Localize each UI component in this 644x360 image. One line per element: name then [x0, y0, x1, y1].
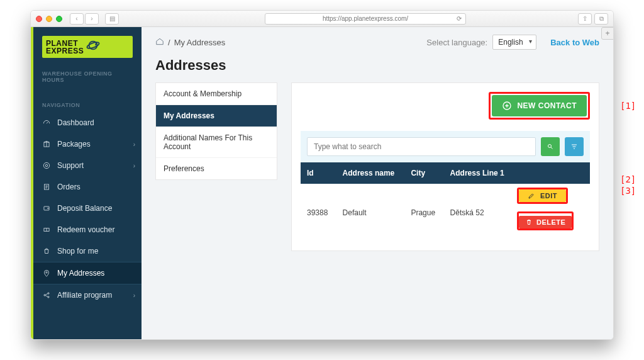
reload-icon[interactable]: ⟳ [457, 15, 462, 22]
table-row: 39388 Default Prague Dětská 52 EDIT [301, 184, 590, 242]
section-nav-label: NAVIGATION [33, 96, 142, 112]
edit-label: EDIT [540, 192, 557, 200]
svg-point-7 [48, 208, 48, 208]
nav-label: Deposit Balance [57, 204, 112, 213]
search-button[interactable] [541, 137, 560, 156]
addresses-card: NEW CONTACT [291, 82, 599, 251]
filter-button[interactable] [565, 137, 584, 156]
annotation-3: [3] [620, 186, 636, 196]
sidebar-toggle-icon[interactable]: ▤ [105, 13, 119, 25]
language-select[interactable]: English [492, 35, 536, 50]
chevron-right-icon: › [133, 162, 135, 169]
nav-support[interactable]: Support › [33, 155, 142, 176]
logo[interactable]: PLANET EXPRESS [42, 36, 133, 58]
nav-dashboard[interactable]: Dashboard [33, 112, 142, 133]
submenu-additional-names[interactable]: Additional Names For This Account [156, 127, 277, 158]
settings-submenu: Account & Membership My Addresses Additi… [155, 82, 277, 180]
col-id[interactable]: Id [301, 162, 336, 184]
addresses-table: Id Address name City Address Line 1 3938… [301, 162, 590, 242]
section-hours-label: WAREHOUSE OPENING HOURS [33, 64, 142, 87]
new-tab-button[interactable]: + [601, 27, 614, 40]
nav-deposit-balance[interactable]: Deposit Balance [33, 198, 142, 219]
col-actions [514, 162, 590, 184]
lifebuoy-icon [42, 161, 51, 170]
col-address-line-1[interactable]: Address Line 1 [444, 162, 514, 184]
nav-label: Dashboard [57, 118, 94, 127]
page-title: Addresses [142, 55, 613, 82]
submenu-my-addresses[interactable]: My Addresses [156, 105, 277, 127]
svg-point-12 [48, 296, 49, 298]
close-window-icon[interactable] [36, 16, 42, 22]
breadcrumb: / My Addresses [155, 37, 225, 48]
breadcrumb-sep: / [168, 38, 170, 47]
submenu-preferences[interactable]: Preferences [156, 158, 277, 179]
nav-affiliate-program[interactable]: Affiliate program › [33, 284, 142, 306]
new-contact-label: NEW CONTACT [517, 101, 577, 110]
home-icon[interactable] [155, 37, 164, 48]
nav-my-addresses[interactable]: My Addresses [33, 262, 142, 284]
callout-1: NEW CONTACT [489, 92, 590, 120]
svg-point-3 [43, 162, 49, 168]
gauge-icon [42, 118, 51, 127]
cell-line1: Dětská 52 [444, 184, 514, 242]
nav-packages[interactable]: Packages › [33, 133, 142, 155]
annotation-1: [1] [620, 101, 636, 111]
sidebar: PLANET EXPRESS WAREHOUSE OPENING HOURS N… [33, 27, 142, 339]
minimize-window-icon[interactable] [46, 16, 52, 22]
cell-id: 39388 [301, 184, 336, 242]
search-input[interactable] [307, 137, 536, 156]
nav-label: Shop for me [57, 247, 98, 256]
svg-point-10 [44, 295, 45, 296]
col-city[interactable]: City [404, 162, 443, 184]
svg-point-9 [46, 272, 47, 273]
bag-icon [42, 247, 51, 256]
forward-button[interactable]: › [85, 13, 99, 25]
nav-label: Orders [57, 183, 80, 191]
maximize-window-icon[interactable] [56, 16, 62, 22]
plus-circle-icon [502, 101, 512, 111]
logo-line2: EXPRESS [46, 47, 84, 55]
nav-redeem-voucher[interactable]: Redeem voucher [33, 219, 142, 240]
nav-label: Redeem voucher [57, 225, 114, 234]
wallet-icon [42, 204, 51, 213]
back-to-web-link[interactable]: Back to Web [550, 38, 599, 47]
share-icon[interactable]: ⇪ [578, 13, 592, 25]
submenu-account-membership[interactable]: Account & Membership [156, 83, 277, 105]
url-text: https://app.planetexpress.com/ [323, 15, 408, 22]
svg-point-14 [548, 145, 552, 148]
svg-point-4 [45, 164, 48, 167]
breadcrumb-current: My Addresses [174, 38, 226, 47]
ticket-icon [42, 225, 51, 234]
back-button[interactable]: ‹ [70, 13, 84, 25]
app-root: PLANET EXPRESS WAREHOUSE OPENING HOURS N… [31, 27, 613, 339]
filter-icon [570, 143, 578, 150]
svg-point-1 [86, 41, 99, 50]
edit-button[interactable]: EDIT [519, 189, 566, 202]
svg-point-11 [48, 293, 49, 294]
delete-button[interactable]: DELETE [519, 216, 572, 228]
nav-shop-for-me[interactable]: Shop for me [33, 240, 142, 262]
new-contact-button[interactable]: NEW CONTACT [492, 95, 587, 116]
planet-icon [86, 38, 100, 55]
pin-icon [42, 269, 51, 278]
browser-window: ‹ › ▤ https://app.planetexpress.com/ ⟳ ⇪… [30, 10, 614, 340]
language-value: English [498, 38, 523, 47]
language-label: Select language: [426, 38, 487, 47]
cell-city: Prague [404, 184, 443, 242]
nav-label: Affiliate program [57, 291, 112, 300]
logo-line1: PLANET [46, 40, 84, 47]
url-bar[interactable]: https://app.planetexpress.com/ ⟳ [265, 13, 466, 25]
chevron-right-icon: › [133, 292, 135, 299]
col-address-name[interactable]: Address name [336, 162, 405, 184]
box-icon [42, 140, 51, 149]
nav-orders[interactable]: Orders [33, 176, 142, 198]
traffic-lights [36, 16, 62, 22]
search-icon [547, 143, 554, 150]
nav-label: Support [57, 161, 84, 170]
tabs-icon[interactable]: ⧉ [594, 13, 608, 25]
callout-2: EDIT [517, 188, 568, 204]
nav-label: My Addresses [57, 269, 104, 278]
trash-icon [525, 218, 533, 226]
delete-label: DELETE [536, 218, 565, 226]
topbar: / My Addresses Select language: English … [142, 27, 613, 55]
